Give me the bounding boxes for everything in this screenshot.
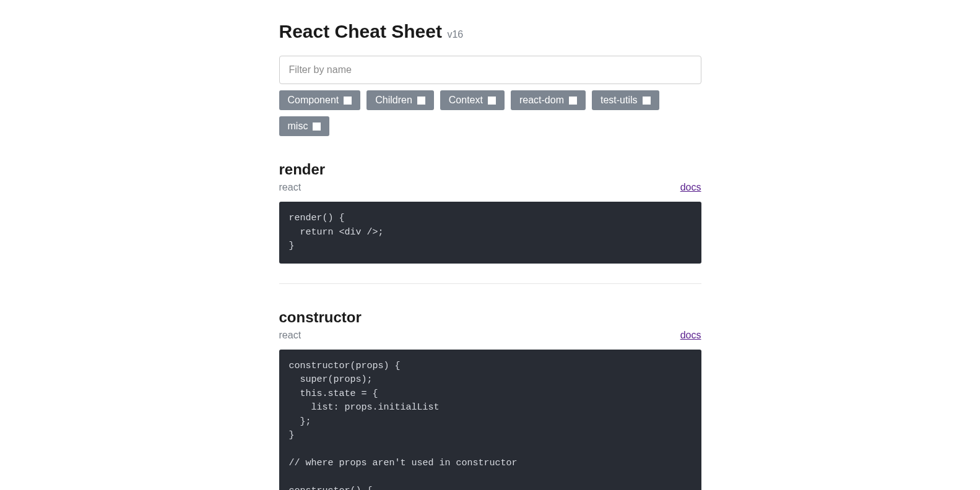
- code-block: constructor(props) { super(props); this.…: [279, 350, 701, 491]
- entry-meta: react docs: [279, 330, 701, 341]
- separator: [279, 283, 701, 284]
- tag-label: react-dom: [519, 95, 564, 106]
- tag-component[interactable]: Component: [279, 90, 361, 110]
- title-row: React Cheat Sheet v16: [279, 21, 701, 42]
- tag-checkbox[interactable]: [344, 97, 352, 105]
- tag-checkbox[interactable]: [488, 97, 496, 105]
- tag-checkbox[interactable]: [313, 123, 321, 131]
- tag-test-utils[interactable]: test-utils: [592, 90, 659, 110]
- entry-module: react: [279, 182, 301, 193]
- page-title: React Cheat Sheet: [279, 21, 442, 41]
- tag-checkbox[interactable]: [643, 97, 651, 105]
- entry-meta: react docs: [279, 182, 701, 193]
- tag-children[interactable]: Children: [366, 90, 434, 110]
- entry-title: render: [279, 161, 701, 178]
- entry-title: constructor: [279, 309, 701, 326]
- code-block: render() { return <div />; }: [279, 202, 701, 264]
- docs-link[interactable]: docs: [680, 182, 701, 193]
- tag-context[interactable]: Context: [440, 90, 505, 110]
- entry-module: react: [279, 330, 301, 341]
- tag-label: Component: [288, 95, 339, 106]
- main-container: React Cheat Sheet v16 Component Children…: [279, 0, 701, 490]
- tag-react-dom[interactable]: react-dom: [511, 90, 586, 110]
- docs-link[interactable]: docs: [680, 330, 701, 341]
- tag-checkbox[interactable]: [569, 97, 577, 105]
- tag-label: test-utils: [601, 95, 638, 106]
- entry-constructor: constructor react docs constructor(props…: [279, 309, 701, 491]
- tag-misc[interactable]: misc: [279, 116, 330, 136]
- tag-label: Context: [449, 95, 483, 106]
- tag-label: Children: [375, 95, 412, 106]
- tag-list: Component Children Context react-dom tes…: [279, 90, 701, 136]
- version-label: v16: [447, 29, 463, 40]
- filter-input[interactable]: [279, 56, 701, 84]
- tag-checkbox[interactable]: [417, 97, 425, 105]
- tag-label: misc: [288, 121, 308, 132]
- entry-render: render react docs render() { return <div…: [279, 161, 701, 264]
